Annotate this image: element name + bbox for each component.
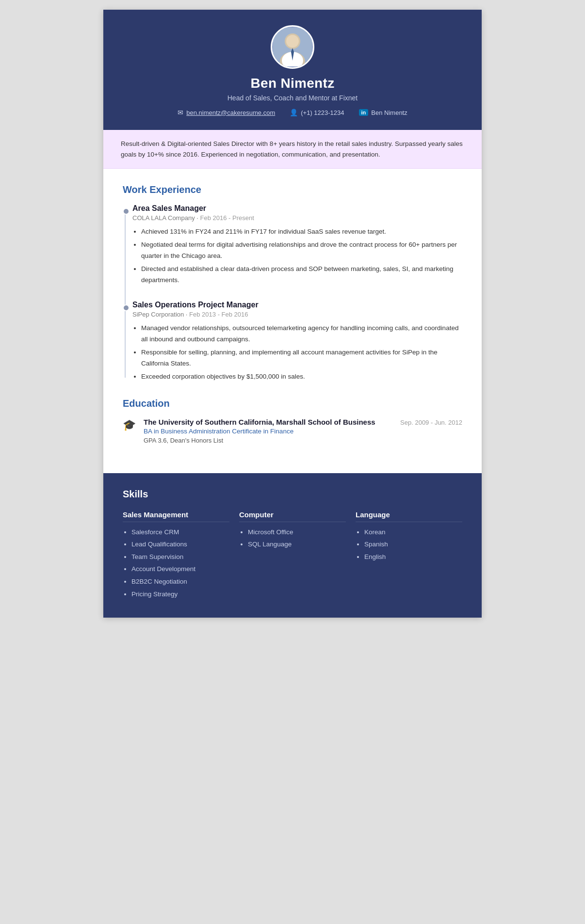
job-1-period: Feb 2016 - Present [200,214,254,222]
phone-icon: 👤 [290,109,298,116]
skill-sales-title: Sales Management [123,510,229,522]
summary-text: Result-driven & Digital-oriented Sales D… [121,140,463,158]
job-1-sep: · [196,214,200,222]
header-contacts: ✉ ben.nimentz@cakeresume.com 👤 (+1) 1223… [123,109,462,116]
edu-body: The University of Southern California, M… [144,418,392,444]
avatar [271,25,314,69]
graduation-icon: 🎓 [123,419,136,431]
main-content: Work Experience Area Sales Manager COLA … [103,169,482,473]
education-section: Education 🎓 The University of Southern C… [123,398,462,444]
avatar-wrapper [123,25,462,69]
linkedin-contact[interactable]: in Ben Nimentz [359,109,407,116]
skill-category-sales: Sales Management Salesforce CRM Lead Qua… [123,510,229,601]
job-2-bullet-3: Exceeded corporation objectives by $1,50… [141,371,462,382]
skill-category-language: Language Korean Spanish English [356,510,462,601]
job-2-meta: SiPep Corporation · Feb 2013 - Feb 2016 [132,311,462,318]
skill-sales-5: B2B2C Negotiation [131,575,229,588]
skill-sales-list: Salesforce CRM Lead Qualifications Team … [123,526,229,601]
email-contact: ✉ ben.nimentz@cakeresume.com [178,109,275,116]
linkedin-name: Ben Nimentz [371,109,407,116]
job-1-bullet-2: Negotiated deal terms for digital advert… [141,239,462,262]
skill-computer-2: SQL Language [248,538,346,551]
job-2: Sales Operations Project Manager SiPep C… [132,301,462,382]
edu-degree: BA in Business Administration Certificat… [144,428,392,435]
skill-language-list: Korean Spanish English [356,526,462,563]
skill-sales-3: Team Supervision [131,551,229,563]
header-title: Head of Sales, Coach and Mentor at Fixne… [123,94,462,102]
skill-sales-1: Salesforce CRM [131,526,229,539]
skill-language-title: Language [356,510,462,522]
work-timeline: Area Sales Manager COLA LALA Company · F… [123,204,462,382]
skills-section: Skills Sales Management Salesforce CRM L… [103,473,482,618]
job-2-bullet-2: Responsible for selling, planning, and i… [141,347,462,369]
job-1-bullet-3: Directed and established a clear data-dr… [141,264,462,286]
header-section: Ben Nimentz Head of Sales, Coach and Men… [103,10,482,130]
svg-point-5 [286,35,299,48]
edu-school: The University of Southern California, M… [144,418,392,426]
job-1-meta: COLA LALA Company · Feb 2016 - Present [132,214,462,222]
phone-number: (+1) 1223-1234 [301,109,344,116]
skill-sales-2: Lead Qualifications [131,538,229,551]
education-title: Education [123,398,462,409]
job-1-company: COLA LALA Company [132,214,195,222]
job-2-company: SiPep Corporation [132,311,184,318]
job-1: Area Sales Manager COLA LALA Company · F… [132,204,462,286]
skill-computer-title: Computer [239,510,346,522]
work-experience-section: Work Experience Area Sales Manager COLA … [123,184,462,382]
job-1-bullets: Achieved 131% in FY24 and 211% in FY17 f… [132,226,462,286]
skill-category-computer: Computer Microsoft Office SQL Language [239,510,346,601]
header-name: Ben Nimentz [123,76,462,91]
job-1-title: Area Sales Manager [132,204,462,213]
job-2-bullet-1: Managed vendor relationships, outsourced… [141,323,462,345]
skills-title: Skills [123,489,462,500]
job-1-bullet-1: Achieved 131% in FY24 and 211% in FY17 f… [141,226,462,238]
skill-sales-4: Account Development [131,563,229,575]
skill-computer-list: Microsoft Office SQL Language [239,526,346,551]
skill-language-3: English [364,551,462,563]
email-link[interactable]: ben.nimentz@cakeresume.com [186,109,275,116]
resume-container: Ben Nimentz Head of Sales, Coach and Men… [103,10,482,618]
job-2-period: Feb 2013 - Feb 2016 [189,311,248,318]
edu-gpa: GPA 3.6, Dean's Honors List [144,437,392,444]
linkedin-icon: in [359,109,369,116]
skills-grid: Sales Management Salesforce CRM Lead Qua… [123,510,462,601]
skill-language-2: Spanish [364,538,462,551]
work-experience-title: Work Experience [123,184,462,195]
edu-item-1: 🎓 The University of Southern California,… [123,418,462,444]
summary-section: Result-driven & Digital-oriented Sales D… [103,130,482,169]
skill-language-1: Korean [364,526,462,539]
job-2-title: Sales Operations Project Manager [132,301,462,309]
skill-sales-6: Pricing Strategy [131,588,229,601]
phone-contact: 👤 (+1) 1223-1234 [290,109,344,116]
edu-period: Sep. 2009 - Jun. 2012 [400,419,462,426]
skill-computer-1: Microsoft Office [248,526,346,539]
job-2-bullets: Managed vendor relationships, outsourced… [132,323,462,382]
job-2-sep: · [186,311,189,318]
email-icon: ✉ [178,109,183,116]
